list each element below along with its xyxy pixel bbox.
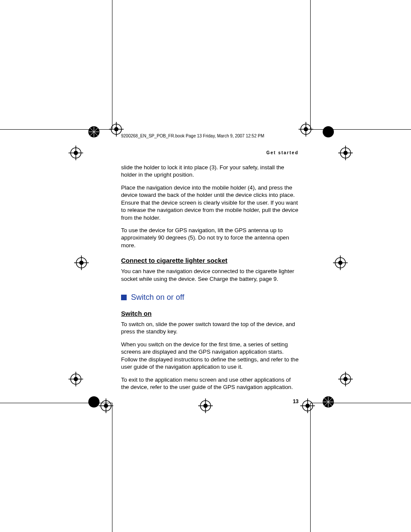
registration-mark-icon	[300, 398, 315, 413]
svg-point-5	[323, 126, 334, 137]
registration-mark-icon	[338, 372, 353, 386]
body-paragraph: slide the holder to lock it into place (…	[121, 164, 299, 179]
subheading-connect: Connect to cigarette lighter socket	[121, 257, 299, 264]
crop-line	[310, 403, 311, 532]
svg-point-6	[88, 396, 100, 408]
crop-line	[112, 0, 112, 129]
registration-mark-icon	[74, 255, 89, 270]
crop-line	[310, 0, 311, 129]
registration-mark-icon	[68, 372, 83, 386]
body-paragraph: To use the device for GPS navigation, li…	[121, 227, 299, 249]
page-content: 9200268_EN_SP_POB_FR.book Page 13 Friday…	[121, 134, 299, 404]
body-paragraph: When you switch on the device for the fi…	[121, 341, 299, 371]
corner-disc-icon	[322, 125, 335, 138]
registration-mark-icon	[99, 398, 113, 413]
section-bullet-icon	[121, 295, 127, 300]
subheading-switch-on: Switch on	[121, 310, 299, 317]
body-paragraph: You can have the navigation device conne…	[121, 268, 299, 283]
corner-disc-icon	[322, 395, 335, 408]
registration-mark-icon	[333, 255, 348, 270]
registration-mark-icon	[68, 146, 83, 160]
body-paragraph: To exit to the application menu screen a…	[121, 376, 299, 391]
pdf-header-line: 9200268_EN_SP_POB_FR.book Page 13 Friday…	[121, 134, 299, 138]
registration-mark-icon	[338, 146, 353, 160]
section-heading: Switch on or off	[131, 293, 184, 302]
crop-line	[112, 403, 112, 532]
registration-mark-icon	[299, 122, 313, 137]
body-paragraph: Place the navigation device into the mob…	[121, 184, 299, 221]
section-heading-row: Switch on or off	[121, 293, 299, 302]
body-paragraph: To switch on, slide the power switch tow…	[121, 320, 299, 336]
running-head: Get started	[121, 150, 299, 155]
corner-disc-icon	[87, 125, 100, 138]
page-number: 13	[121, 398, 299, 404]
